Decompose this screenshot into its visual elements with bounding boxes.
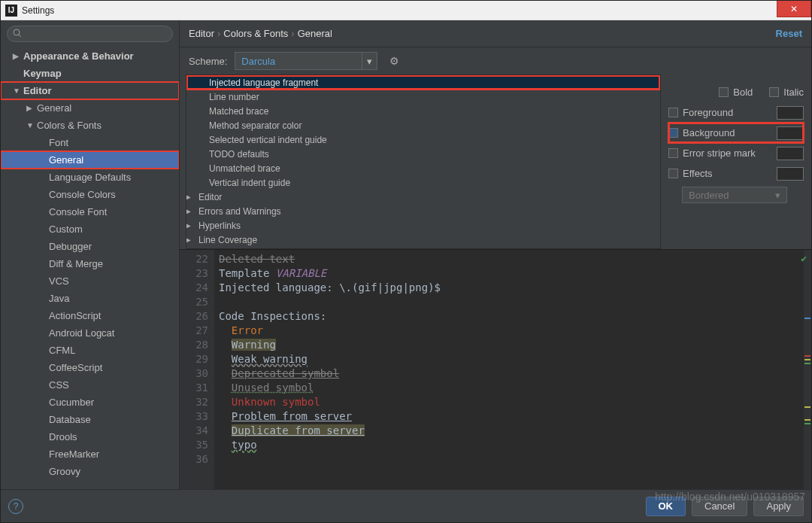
attr-editor[interactable]: ▶Editor (186, 190, 660, 204)
attr-injected-language-fragment[interactable]: Injected language fragment (186, 75, 660, 90)
sidebar-item-general[interactable]: General (1, 151, 179, 169)
sidebar-item-css[interactable]: CSS (1, 376, 179, 394)
code-preview: 222324252627282930313233343536 Deleted t… (180, 249, 811, 489)
search-wrap (1, 20, 179, 47)
sidebar-item-general[interactable]: ▶General (1, 99, 179, 117)
attribute-properties: Bold Italic Foreground Background Error … (661, 74, 811, 249)
errorstripe-label: Error stripe mark (683, 147, 756, 159)
errorstripe-checkbox[interactable] (668, 148, 678, 158)
sidebar-item-freemarker[interactable]: FreeMarker (1, 445, 179, 463)
background-label: Background (683, 127, 735, 138)
italic-label: Italic (783, 87, 804, 98)
settings-tree[interactable]: ▶Appearance & Behavior Keymap▼Editor▶Gen… (1, 47, 179, 489)
sidebar-item-database[interactable]: Database (1, 411, 179, 428)
effects-swatch[interactable] (777, 167, 804, 181)
search-icon (13, 29, 22, 38)
titlebar: IJ Settings ✕ (1, 1, 811, 20)
background-checkbox[interactable] (668, 128, 678, 138)
gutter: 222324252627282930313233343536 (180, 250, 214, 489)
help-button[interactable]: ? (8, 499, 23, 514)
attr-line-coverage[interactable]: ▶Line Coverage (186, 233, 660, 247)
svg-point-0 (14, 29, 20, 35)
svg-line-1 (19, 35, 21, 37)
scheme-row: Scheme: Darcula ▾ ⚙ (180, 47, 811, 74)
footer: ? OK Cancel Apply (1, 489, 811, 522)
bold-label: Bold (733, 87, 753, 98)
ok-check-icon: ✔ (801, 251, 807, 266)
sidebar-item-console-font[interactable]: Console Font (1, 203, 179, 220)
close-button[interactable]: ✕ (777, 1, 811, 17)
sidebar-item-editor[interactable]: ▼Editor (1, 82, 179, 99)
error-stripe[interactable]: ✔ (804, 250, 811, 489)
chevron-down-icon: ▾ (367, 56, 372, 67)
errorstripe-swatch[interactable] (777, 147, 804, 160)
breadcrumb-bar: Editor›Colors & Fonts›General Reset (180, 20, 811, 47)
chevron-down-icon: ▾ (775, 190, 780, 201)
sidebar-item-colors-fonts[interactable]: ▼Colors & Fonts (1, 117, 179, 134)
code-area[interactable]: Deleted textTemplate VARIABLEInjected la… (214, 250, 804, 489)
sidebar-item-coffeescript[interactable]: CoffeeScript (1, 359, 179, 376)
attr-errors-and-warnings[interactable]: ▶Errors and Warnings (186, 204, 660, 218)
sidebar-item-custom[interactable]: Custom (1, 220, 179, 238)
attr-method-separator-color[interactable]: Method separator color (186, 118, 660, 132)
sidebar-item-vcs[interactable]: VCS (1, 272, 179, 290)
sidebar-item-cucumber[interactable]: Cucumber (1, 394, 179, 411)
sidebar-item-drools[interactable]: Drools (1, 428, 179, 445)
sidebar-item-console-colors[interactable]: Console Colors (1, 186, 179, 203)
sidebar-item-cfml[interactable]: CFML (1, 342, 179, 359)
breadcrumb: Editor›Colors & Fonts›General (189, 28, 332, 39)
sidebar-item-java[interactable]: Java (1, 290, 179, 307)
sidebar-item-language-defaults[interactable]: Language Defaults (1, 169, 179, 186)
sidebar-item-groovy[interactable]: Groovy (1, 463, 179, 480)
foreground-checkbox[interactable] (668, 108, 678, 117)
ok-button[interactable]: OK (646, 497, 686, 516)
gear-icon[interactable]: ⚙ (389, 55, 399, 67)
scheme-select[interactable]: Darcula (235, 52, 362, 70)
attr-todo-defaults[interactable]: TODO defaults (186, 147, 660, 161)
search-input[interactable] (7, 26, 173, 42)
bold-checkbox[interactable] (719, 87, 729, 97)
attr-unmatched-brace[interactable]: Unmatched brace (186, 161, 660, 175)
sidebar-item-debugger[interactable]: Debugger (1, 238, 179, 255)
attr-matched-brace[interactable]: Matched brace (186, 104, 660, 118)
sidebar: ▶Appearance & Behavior Keymap▼Editor▶Gen… (1, 20, 180, 489)
sidebar-item-font[interactable]: Font (1, 134, 179, 151)
cancel-button[interactable]: Cancel (692, 497, 747, 516)
attr-selected-vertical-indent-guide[interactable]: Selected vertical indent guide (186, 132, 660, 147)
scheme-dropdown-button[interactable]: ▾ (362, 52, 377, 70)
sidebar-item-actionscript[interactable]: ActionScript (1, 307, 179, 324)
close-icon: ✕ (790, 4, 798, 14)
sidebar-item-keymap[interactable]: Keymap (1, 65, 179, 82)
foreground-swatch[interactable] (777, 106, 804, 120)
attribute-list[interactable]: Injected language fragmentLine numberMat… (186, 74, 661, 249)
effects-label: Effects (683, 168, 713, 179)
attr-vertical-indent-guide[interactable]: Vertical indent guide (186, 175, 660, 190)
italic-checkbox[interactable] (769, 87, 779, 97)
foreground-label: Foreground (683, 107, 733, 118)
scheme-value: Darcula (241, 56, 275, 67)
effects-checkbox[interactable] (668, 169, 678, 178)
app-logo: IJ (5, 5, 17, 17)
sidebar-item-appearance-behavior[interactable]: ▶Appearance & Behavior (1, 47, 179, 65)
attr-hyperlinks[interactable]: ▶Hyperlinks (186, 218, 660, 233)
sidebar-item-diff-merge[interactable]: Diff & Merge (1, 255, 179, 272)
effects-type-select[interactable]: Bordered▾ (682, 187, 787, 203)
main-panel: Editor›Colors & Fonts›General Reset Sche… (180, 20, 811, 489)
window-title: Settings (22, 5, 807, 16)
sidebar-item-android-logcat[interactable]: Android Logcat (1, 324, 179, 342)
apply-button[interactable]: Apply (753, 497, 804, 516)
scheme-label: Scheme: (189, 56, 227, 67)
reset-link[interactable]: Reset (776, 28, 802, 39)
background-swatch[interactable] (777, 126, 804, 140)
attr-line-number[interactable]: Line number (186, 90, 660, 104)
